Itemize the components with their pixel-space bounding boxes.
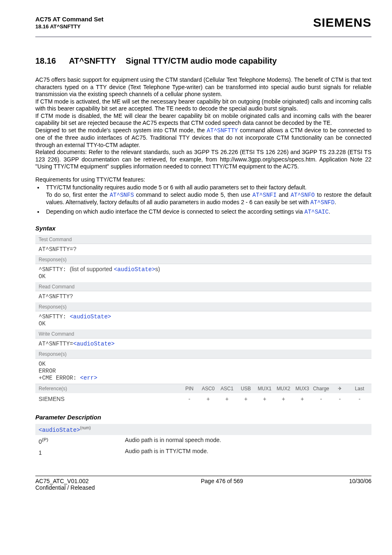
link-at-snftty[interactable]: AT^SNFTTY [207, 127, 238, 134]
val-asc0: + [199, 393, 218, 405]
param-value: 0(P) [39, 437, 125, 445]
section-command: AT^SNFTTY [69, 56, 116, 66]
page-footer: AC75_ATC_V01.002 Confidential / Released… [35, 476, 371, 491]
col-usb: USB [236, 384, 255, 393]
reference-name: SIEMENS [35, 393, 180, 405]
section-heading-text: Signal TTY/CTM audio mode capability [126, 56, 277, 65]
footer-page-number: Page 476 of 569 [201, 478, 243, 491]
param-desc-heading: Parameter Description [35, 414, 371, 421]
footer-confidential: Confidential / Released [35, 484, 95, 491]
val-airplane: - [330, 393, 349, 405]
param-desc: Audio path is in normal speech mode. [125, 437, 368, 445]
intro-p1a: AC75 offers basic support for equipment … [35, 76, 371, 98]
write-response: OK ERROR +CME ERROR: <err> [35, 359, 371, 384]
response-label: Response(s) [35, 350, 371, 359]
read-command-label: Read Command [35, 282, 371, 291]
param-name-header: <audioState>(num) [35, 424, 371, 435]
doc-title: AC75 AT Command Set [35, 16, 104, 23]
col-last: Last [349, 384, 371, 393]
intro-p1c: If CTM mode is disabled, the ME will cle… [35, 113, 371, 127]
link-at-saic[interactable]: AT^SAIC [304, 209, 329, 215]
test-response: ^SNFTTY: (list of supported <audioState>… [35, 264, 371, 282]
header-divider [35, 36, 371, 37]
doc-subtitle: 18.16 AT^SNFTTY [35, 23, 104, 30]
val-mux3: + [293, 393, 312, 405]
reference-label: Reference(s) [35, 384, 180, 393]
val-usb: + [236, 393, 255, 405]
val-pin: - [180, 393, 199, 405]
reference-header-row: Reference(s) PIN ASC0 ASC1 USB MUX1 MUX2… [35, 384, 371, 393]
col-mux3: MUX3 [293, 384, 312, 393]
link-at-snfo[interactable]: AT^SNFO [291, 192, 315, 198]
read-response: ^SNFTTY: <audioState> OK [35, 311, 371, 329]
val-mux1: + [255, 393, 274, 405]
section-title: 18.16 AT^SNFTTY Signal TTY/CTM audio mod… [35, 56, 371, 66]
val-mux2: + [274, 393, 293, 405]
intro-p3: Related documents: Refer to the relevant… [35, 149, 371, 170]
page-header: AC75 AT Command Set 18.16 AT^SNFTTY SIEM… [35, 16, 371, 35]
param-value: 1 [39, 448, 125, 456]
col-asc1: ASC1 [218, 384, 237, 393]
intro-text: AC75 offers basic support for equipment … [35, 76, 371, 216]
col-asc0: ASC0 [199, 384, 218, 393]
link-at-snfd[interactable]: AT^SNFD [310, 199, 334, 206]
val-asc1: + [218, 393, 237, 405]
link-at-snfs[interactable]: AT^SNFS [110, 192, 134, 198]
write-command: AT^SNFTTY=<audioState> [35, 339, 371, 350]
intro-p2: Designed to set the module's speech syst… [35, 127, 371, 149]
requirements-list: TTY/CTM functionality requires audio mod… [35, 184, 371, 216]
response-label: Response(s) [35, 302, 371, 311]
write-command-label: Write Command [35, 329, 371, 339]
footer-date: 10/30/06 [349, 478, 372, 491]
list-item: TTY/CTM functionality requires audio mod… [44, 184, 371, 207]
requirements-heading: Requirements for using TTY/CTM features: [35, 176, 371, 184]
param-row: 1 Audio path is in TTY/CTM mode. [35, 446, 371, 458]
param-row: 0(P) Audio path is in normal speech mode… [35, 435, 371, 447]
brand-logo: SIEMENS [313, 16, 371, 30]
intro-p1b: If CTM mode is activated, the ME will se… [35, 98, 371, 113]
reference-value-row: SIEMENS - + + + + + + - - - [35, 393, 371, 405]
col-charge: Charge [311, 384, 330, 393]
section-number: 18.16 [35, 56, 56, 66]
col-mux1: MUX1 [255, 384, 274, 393]
response-label: Response(s) [35, 255, 371, 264]
col-airplane-icon: ✈ [330, 384, 349, 393]
read-command: AT^SNFTTY? [39, 293, 73, 300]
col-pin: PIN [180, 384, 199, 393]
syntax-heading: Syntax [35, 225, 371, 232]
val-last: - [349, 393, 371, 405]
list-item: Depending on which audio interface the C… [44, 208, 371, 216]
col-mux2: MUX2 [274, 384, 293, 393]
test-command: AT^SNFTTY=? [39, 246, 76, 253]
syntax-table: Test Command AT^SNFTTY=? Response(s) ^SN… [35, 235, 371, 405]
link-at-snfi[interactable]: AT^SNFI [252, 192, 277, 198]
footer-doc-id: AC75_ATC_V01.002 [35, 478, 95, 484]
val-charge: - [311, 393, 330, 405]
param-desc: Audio path is in TTY/CTM mode. [125, 448, 368, 456]
test-command-label: Test Command [35, 235, 371, 244]
